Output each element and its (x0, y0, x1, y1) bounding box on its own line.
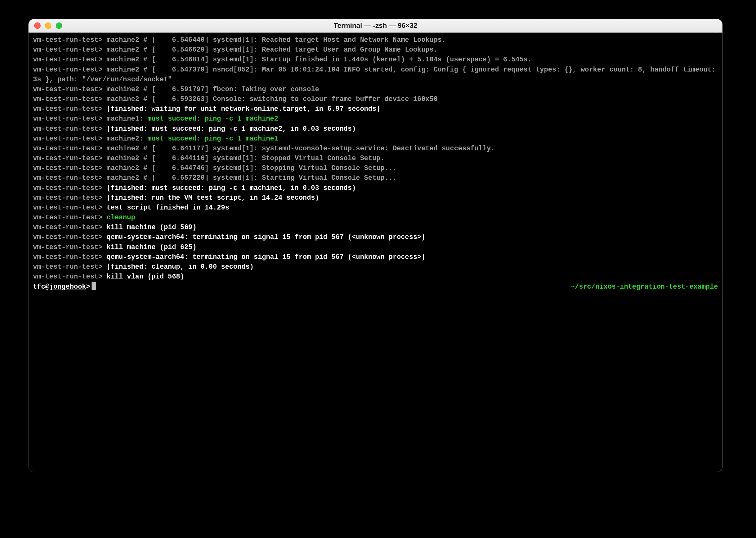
kernel-log: machine2 # [ 6.546629] systemd[1]: Reach… (106, 46, 438, 53)
shell-prefix: vm-test-run-test> (33, 263, 102, 271)
shell-prefix: vm-test-run-test> (33, 105, 102, 113)
close-icon[interactable] (34, 23, 40, 29)
log-line: vm-test-run-test> machine2 # [ 6.641177]… (33, 144, 718, 153)
finished-line: vm-test-run-test> (finished: must succee… (33, 183, 718, 193)
titlebar[interactable]: Terminal — -zsh — 96×32 (29, 19, 723, 32)
shell-prefix: vm-test-run-test> (33, 66, 102, 74)
shell-prefix: vm-test-run-test> (33, 253, 102, 261)
kernel-log: machine2 # [ 6.644116] systemd[1]: Stopp… (106, 154, 384, 162)
prompt-line[interactable]: tfc@jongebook>~/src/nixos-integration-te… (33, 282, 718, 292)
shell-prefix: vm-test-run-test> (33, 85, 102, 93)
log-line: vm-test-run-test> machine2 # [ 6.546629]… (33, 45, 718, 55)
log-line: vm-test-run-test> machine2 # [ 6.644746]… (33, 163, 718, 173)
prompt-at: @ (45, 283, 49, 291)
traffic-lights (34, 23, 62, 29)
kernel-log: machine2 # [ 6.644746] systemd[1]: Stopp… (106, 164, 397, 172)
shell-prefix: vm-test-run-test> (33, 56, 102, 63)
finished-line: vm-test-run-test> (finished: must succee… (33, 124, 718, 134)
shell-prefix: vm-test-run-test> (33, 184, 102, 192)
cursor-icon (92, 282, 96, 290)
kernel-log: machine2 # [ 6.546440] systemd[1]: Reach… (106, 36, 446, 44)
output-line: vm-test-run-test> test script finished i… (33, 203, 718, 213)
prompt-host: jongebook (49, 283, 86, 291)
section-line: vm-test-run-test> cleanup (33, 213, 718, 223)
output-line: vm-test-run-test> kill vlan (pid 568) (33, 272, 718, 282)
zoom-icon[interactable] (56, 23, 62, 29)
shell-prefix: vm-test-run-test> (33, 223, 102, 231)
finished-text: (finished: cleanup, in 0.00 seconds) (106, 263, 253, 271)
log-line: vm-test-run-test> machine2 # [ 6.591797]… (33, 84, 718, 94)
log-line: vm-test-run-test> machine2 # [ 6.644116]… (33, 153, 718, 163)
shell-prefix: vm-test-run-test> (33, 273, 102, 280)
action-text: must succeed: ping -c 1 machine2 (147, 115, 278, 123)
machine-label: machine1: (106, 115, 147, 123)
kernel-log: machine2 # [ 6.547379] nsncd[852]: Mar 0… (33, 66, 720, 83)
output-line: vm-test-run-test> kill machine (pid 569) (33, 223, 718, 232)
output-line: vm-test-run-test> kill machine (pid 625) (33, 242, 718, 252)
shell-prefix: vm-test-run-test> (33, 233, 102, 241)
shell-prefix: vm-test-run-test> (33, 125, 102, 133)
shell-prefix: vm-test-run-test> (33, 204, 102, 211)
shell-prefix: vm-test-run-test> (33, 36, 102, 44)
kernel-log: machine2 # [ 6.641177] systemd[1]: syste… (106, 145, 495, 152)
prompt-caret: > (86, 283, 90, 291)
window-title: Terminal — -zsh — 96×32 (334, 22, 417, 30)
output-text: test script finished in 14.29s (106, 204, 229, 211)
shell-prefix: vm-test-run-test> (33, 46, 102, 53)
shell-prefix: vm-test-run-test> (33, 95, 102, 103)
finished-line: vm-test-run-test> (finished: run the VM … (33, 193, 718, 203)
output-text: kill vlan (pid 568) (106, 273, 184, 280)
terminal-output[interactable]: vm-test-run-test> machine2 # [ 6.546440]… (29, 32, 723, 472)
shell-prefix: vm-test-run-test> (33, 243, 102, 251)
shell-prefix: vm-test-run-test> (33, 194, 102, 202)
shell-prefix: vm-test-run-test> (33, 154, 102, 162)
terminal-window: Terminal — -zsh — 96×32 vm-test-run-test… (29, 19, 723, 472)
prompt-user: tfc (33, 283, 45, 291)
finished-line: vm-test-run-test> (finished: waiting for… (33, 104, 718, 114)
output-line: vm-test-run-test> qemu-system-aarch64: t… (33, 232, 718, 242)
output-text: qemu-system-aarch64: terminating on sign… (106, 233, 425, 241)
output-line: vm-test-run-test> qemu-system-aarch64: t… (33, 252, 718, 262)
shell-prefix: vm-test-run-test> (33, 214, 102, 221)
output-text: qemu-system-aarch64: terminating on sign… (106, 253, 425, 261)
log-line: vm-test-run-test> machine2 # [ 6.546440]… (33, 35, 718, 45)
log-line: vm-test-run-test> machine2 # [ 6.593263]… (33, 94, 718, 104)
action-text: must succeed: ping -c 1 machine1 (147, 135, 278, 142)
finished-text: (finished: must succeed: ping -c 1 machi… (106, 184, 356, 192)
kernel-log: machine2 # [ 6.593263] Console: switchin… (106, 95, 438, 103)
shell-prefix: vm-test-run-test> (33, 115, 102, 123)
shell-prefix: vm-test-run-test> (33, 135, 102, 142)
desktop: Terminal — -zsh — 96×32 vm-test-run-test… (0, 0, 756, 538)
finished-text: (finished: waiting for unit network-onli… (106, 105, 380, 113)
kernel-log: machine2 # [ 6.546814] systemd[1]: Start… (106, 56, 532, 63)
shell-prefix: vm-test-run-test> (33, 145, 102, 152)
finished-text: (finished: run the VM test script, in 14… (106, 194, 319, 202)
output-text: kill machine (pid 569) (106, 223, 196, 231)
output-text: kill machine (pid 625) (106, 243, 196, 251)
log-line: vm-test-run-test> machine2 # [ 6.547379]… (33, 65, 718, 84)
shell-prefix: vm-test-run-test> (33, 164, 102, 172)
machine-label: machine2: (106, 135, 147, 142)
shell-prefix: vm-test-run-test> (33, 174, 102, 182)
action-line: vm-test-run-test> machine2: must succeed… (33, 134, 718, 144)
action-line: vm-test-run-test> machine1: must succeed… (33, 114, 718, 124)
finished-text: (finished: must succeed: ping -c 1 machi… (106, 125, 356, 133)
kernel-log: machine2 # [ 6.657220] systemd[1]: Start… (106, 174, 397, 182)
minimize-icon[interactable] (45, 23, 51, 29)
finished-line: vm-test-run-test> (finished: cleanup, in… (33, 262, 718, 272)
kernel-log: machine2 # [ 6.591797] fbcon: Taking ove… (106, 85, 319, 93)
log-line: vm-test-run-test> machine2 # [ 6.546814]… (33, 55, 718, 65)
section-text: cleanup (106, 214, 135, 221)
cwd-path: ~/src/nixos-integration-test-example (571, 282, 718, 292)
log-line: vm-test-run-test> machine2 # [ 6.657220]… (33, 173, 718, 183)
